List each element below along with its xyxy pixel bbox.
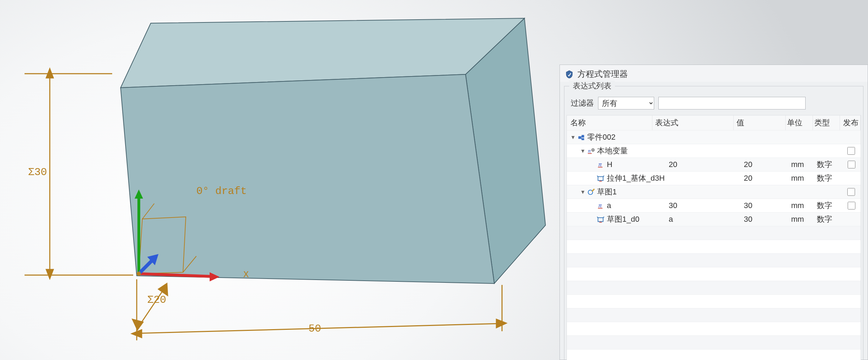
feature-icon — [597, 174, 605, 183]
dim-depth — [133, 284, 168, 330]
table-row-empty — [567, 226, 861, 240]
table-row[interactable]: πa3030mm数字 — [567, 199, 861, 213]
filter-search-input[interactable] — [658, 97, 806, 109]
cell-val: 30 — [741, 215, 790, 224]
svg-rect-34 — [598, 177, 603, 181]
viewport-3d[interactable]: Σ30 Σ20 50 0° draft X — [0, 0, 561, 360]
table-row-empty — [567, 295, 861, 308]
svg-marker-12 — [46, 269, 53, 279]
row-name-text: 本地变量 — [597, 146, 628, 156]
dim-depth-label: Σ20 — [147, 294, 166, 306]
row-name-text: a — [607, 201, 611, 210]
svg-rect-23 — [578, 136, 581, 139]
expression-table: 名称 表达式 值 单位 类型 发布 ▾零件002▾π本地变量πH2020mm数字… — [567, 115, 861, 360]
filter-select[interactable]: 所有 — [598, 97, 654, 109]
table-row[interactable]: πH2020mm数字 — [567, 158, 861, 172]
cell-name[interactable]: πa — [567, 201, 666, 210]
cell-type: 数字 — [815, 200, 841, 211]
svg-rect-41 — [598, 218, 603, 222]
feature-icon — [597, 215, 605, 224]
row-name-text: 草图1_d0 — [607, 214, 639, 225]
svg-rect-24 — [582, 135, 584, 138]
filter-label: 过滤器 — [571, 98, 594, 108]
expand-toggle-icon[interactable]: ▾ — [580, 188, 585, 196]
header-name[interactable]: 名称 — [567, 115, 652, 130]
svg-line-36 — [603, 176, 604, 177]
equation-manager-icon — [565, 69, 574, 79]
svg-line-43 — [603, 217, 604, 218]
cell-publish[interactable] — [840, 187, 861, 197]
cell-unit: mm — [790, 201, 816, 210]
svg-line-27 — [581, 138, 582, 139]
header-unit[interactable]: 单位 — [786, 115, 813, 130]
cell-publish[interactable] — [840, 146, 861, 156]
cell-expr[interactable]: a — [666, 215, 741, 224]
publish-checkbox[interactable] — [847, 188, 855, 196]
expression-list-group: 表达式列表 过滤器 所有 名称 表达式 值 单位 类型 发布 ▾零件002▾π本… — [564, 86, 863, 360]
cell-unit: mm — [790, 160, 816, 169]
header-pub[interactable]: 发布 — [840, 115, 861, 130]
table-row[interactable]: ▾π本地变量 — [567, 144, 861, 158]
dim-length-label: 50 — [308, 323, 321, 335]
publish-checkbox[interactable] — [847, 147, 855, 155]
table-row[interactable]: ▾草图1 — [567, 185, 861, 199]
cell-val: 20 — [741, 174, 790, 183]
svg-text:π: π — [598, 203, 602, 208]
svg-line-15 — [139, 288, 165, 326]
publish-checkbox[interactable] — [848, 202, 855, 209]
expand-toggle-icon[interactable]: ▾ — [580, 147, 585, 155]
cell-name[interactable]: ▾π本地变量 — [567, 146, 659, 156]
table-row-empty — [567, 267, 861, 281]
cell-unit: mm — [790, 215, 816, 224]
svg-line-26 — [581, 136, 582, 138]
panel-title-text: 方程式管理器 — [577, 68, 628, 80]
svg-line-35 — [597, 176, 598, 177]
cell-name[interactable]: 拉伸1_基体_d3H — [567, 173, 666, 184]
cell-name[interactable]: πH — [567, 160, 666, 169]
row-name-text: 零件002 — [587, 132, 616, 142]
row-name-text: 拉伸1_基体_d3H — [607, 173, 665, 184]
cell-type: 数字 — [815, 159, 841, 170]
table-row-empty — [567, 254, 861, 267]
cell-publish[interactable] — [841, 160, 861, 169]
cell-name[interactable]: 草图1_d0 — [567, 214, 666, 225]
table-row[interactable]: 草图1_d0a30mm数字 — [567, 213, 861, 226]
svg-marker-20 — [496, 319, 506, 328]
cell-expr[interactable]: 20 — [666, 160, 741, 169]
cell-unit: mm — [790, 174, 816, 183]
cell-name[interactable]: ▾零件002 — [567, 132, 652, 142]
table-row-empty — [567, 308, 861, 322]
table-row-empty — [567, 322, 861, 336]
row-name-text: H — [607, 160, 612, 169]
locals-icon: π — [587, 146, 595, 155]
table-row[interactable]: 拉伸1_基体_d3H20mm数字 — [567, 172, 861, 185]
header-type[interactable]: 类型 — [813, 115, 840, 130]
dim-height-label: Σ30 — [28, 166, 47, 178]
svg-rect-25 — [582, 138, 584, 140]
sketch-icon — [587, 187, 595, 196]
equation-manager-panel: 方程式管理器 表达式列表 过滤器 所有 名称 表达式 值 单位 类型 发布 — [560, 65, 868, 360]
cell-val: 30 — [741, 201, 790, 210]
publish-checkbox[interactable] — [848, 161, 855, 168]
svg-text:π: π — [588, 148, 591, 154]
table-row-empty — [567, 240, 861, 254]
svg-text:π: π — [598, 162, 602, 167]
table-row[interactable]: ▾零件002 — [567, 131, 861, 144]
cell-publish[interactable] — [841, 201, 861, 211]
cell-type: 数字 — [815, 173, 841, 184]
cell-expr[interactable]: 30 — [666, 201, 741, 210]
panel-title-bar: 方程式管理器 — [560, 65, 868, 82]
expand-toggle-icon[interactable]: ▾ — [570, 133, 575, 141]
svg-marker-16 — [133, 319, 143, 330]
header-expr[interactable]: 表达式 — [652, 115, 734, 130]
axis-x-label: X — [243, 269, 249, 280]
header-val[interactable]: 值 — [734, 115, 786, 130]
svg-line-42 — [597, 217, 598, 218]
row-name-text: 草图1 — [597, 187, 617, 197]
svg-point-31 — [592, 149, 594, 151]
table-row-empty — [567, 281, 861, 295]
svg-point-9 — [137, 272, 141, 276]
cell-type: 数字 — [815, 214, 841, 225]
pi-icon: π — [597, 201, 605, 210]
cell-name[interactable]: ▾草图1 — [567, 187, 659, 197]
